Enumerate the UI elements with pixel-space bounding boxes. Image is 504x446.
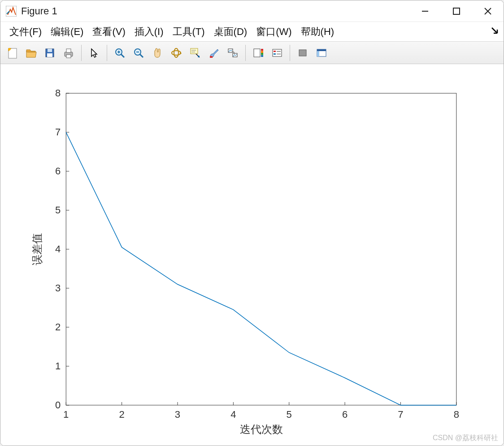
- svg-text:6: 6: [342, 409, 348, 420]
- svg-text:6: 6: [55, 165, 61, 177]
- menu-window[interactable]: 窗口(W): [252, 23, 296, 40]
- rotate-3d-button[interactable]: [167, 44, 185, 62]
- svg-rect-34: [261, 51, 263, 53]
- svg-rect-33: [261, 49, 263, 51]
- svg-line-15: [121, 54, 124, 57]
- menu-edit[interactable]: 编辑(E): [46, 23, 88, 40]
- print-button[interactable]: [60, 44, 78, 62]
- svg-text:0: 0: [55, 399, 61, 411]
- zoom-in-button[interactable]: [111, 44, 129, 62]
- svg-line-19: [140, 54, 143, 57]
- link-plots-button[interactable]: [224, 44, 242, 62]
- svg-point-22: [174, 48, 178, 57]
- svg-text:2: 2: [55, 321, 61, 333]
- save-button[interactable]: [41, 44, 59, 62]
- menu-desktop[interactable]: 桌面(D): [209, 23, 252, 40]
- svg-rect-10: [47, 53, 52, 57]
- pointer-button[interactable]: [85, 44, 103, 62]
- maximize-button[interactable]: [441, 0, 472, 22]
- svg-rect-12: [66, 49, 71, 52]
- svg-text:8: 8: [55, 87, 61, 99]
- svg-rect-44: [317, 49, 326, 51]
- watermark: CSDN @荔枝科研社: [433, 433, 498, 443]
- menu-insert[interactable]: 插入(I): [130, 23, 168, 40]
- svg-text:7: 7: [398, 409, 403, 420]
- svg-text:迭代次数: 迭代次数: [240, 424, 283, 435]
- menu-file[interactable]: 文件(F): [5, 23, 46, 40]
- legend-button[interactable]: [268, 44, 286, 62]
- svg-marker-23: [179, 52, 182, 54]
- svg-point-28: [198, 56, 200, 57]
- hide-plot-tools-button[interactable]: [294, 44, 312, 62]
- close-button[interactable]: [472, 0, 504, 22]
- menubar: 文件(F) 编辑(E) 查看(V) 插入(I) 工具(T) 桌面(D) 窗口(W…: [0, 22, 504, 42]
- zoom-out-button[interactable]: [130, 44, 148, 62]
- dock-arrow-icon[interactable]: [491, 26, 499, 38]
- svg-text:误差值: 误差值: [31, 233, 43, 265]
- svg-rect-35: [261, 53, 263, 55]
- line-chart: 12345678012345678迭代次数误差值: [0, 64, 504, 446]
- svg-text:2: 2: [119, 409, 124, 420]
- svg-text:8: 8: [454, 409, 459, 420]
- svg-text:4: 4: [55, 243, 61, 255]
- svg-rect-37: [273, 49, 282, 56]
- svg-text:5: 5: [287, 409, 292, 420]
- axes-canvas[interactable]: 12345678012345678迭代次数误差值 CSDN @荔枝科研社: [0, 64, 504, 446]
- svg-rect-2: [453, 8, 460, 14]
- svg-rect-40: [274, 53, 276, 55]
- data-cursor-button[interactable]: [186, 44, 204, 62]
- new-figure-button[interactable]: [3, 44, 21, 62]
- svg-rect-42: [299, 50, 306, 56]
- svg-text:4: 4: [230, 409, 236, 420]
- minimize-button[interactable]: [409, 0, 441, 22]
- titlebar: Figure 1: [0, 0, 504, 22]
- svg-text:3: 3: [55, 282, 61, 294]
- svg-point-7: [9, 48, 11, 50]
- open-button[interactable]: [22, 44, 40, 62]
- svg-rect-38: [274, 51, 276, 52]
- window-title: Figure 1: [21, 5, 57, 17]
- svg-rect-45: [317, 51, 319, 56]
- menu-view[interactable]: 查看(V): [88, 23, 130, 40]
- svg-rect-9: [48, 49, 52, 52]
- svg-text:5: 5: [55, 204, 61, 216]
- figure-window: Figure 1 文件(F) 编辑(E) 查看(V) 插入(I) 工具(T) 桌…: [0, 0, 504, 446]
- show-plot-tools-button[interactable]: [313, 44, 330, 62]
- svg-rect-24: [191, 48, 198, 54]
- svg-rect-29: [210, 56, 213, 58]
- brush-button[interactable]: [205, 44, 223, 62]
- toolbar: [0, 42, 504, 64]
- menu-help[interactable]: 帮助(H): [296, 23, 339, 40]
- svg-text:1: 1: [55, 360, 61, 372]
- svg-text:1: 1: [63, 409, 69, 420]
- menu-tools[interactable]: 工具(T): [168, 23, 209, 40]
- svg-rect-32: [254, 49, 260, 57]
- svg-point-21: [172, 51, 181, 55]
- matlab-icon: [6, 6, 17, 17]
- colorbar-button[interactable]: [249, 44, 267, 62]
- svg-rect-36: [261, 55, 263, 57]
- pan-button[interactable]: [148, 44, 166, 62]
- svg-rect-13: [66, 55, 71, 58]
- svg-text:3: 3: [175, 409, 180, 420]
- svg-text:7: 7: [55, 126, 61, 138]
